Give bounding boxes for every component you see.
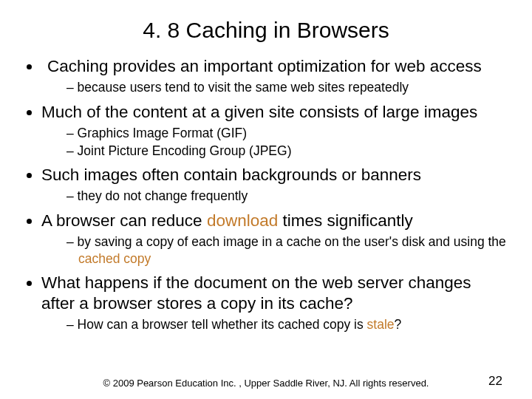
bullet-1-text: Caching provides an important optimizati…: [41, 56, 482, 76]
bullet-3: Such images often contain backgrounds or…: [41, 165, 507, 205]
bullet-2-sub: Graphics Image Format (GIF) Joint Pictur…: [41, 125, 507, 159]
bullet-5-sub-1: How can a browser tell whether its cache…: [66, 316, 507, 332]
cached-copy-word: cached copy: [78, 251, 151, 266]
bullet-2: Much of the content at a given site cons…: [41, 102, 507, 159]
bullet-1-sub-1: because users tend to visit the same web…: [66, 79, 507, 95]
bullet-4-pre: A browser can reduce: [41, 211, 207, 230]
bullet-2-sub-1: Graphics Image Format (GIF): [66, 125, 507, 141]
bullet-5-sub-1-post: ?: [395, 317, 402, 332]
bullet-3-sub: they do not change frequently: [41, 188, 507, 204]
bullet-3-text: Such images often contain backgrounds or…: [41, 166, 421, 184]
bullet-1: Caching provides an important optimizati…: [41, 56, 507, 96]
bullet-5-sub: How can a browser tell whether its cache…: [41, 316, 507, 332]
download-word: download: [207, 211, 278, 230]
bullet-5-sub-1-pre: How can a browser tell whether its cache…: [78, 317, 367, 332]
page-number: 22: [488, 374, 502, 389]
bullet-1-sub: because users tend to visit the same web…: [41, 79, 507, 95]
bullet-4-post: times significantly: [278, 211, 413, 230]
slide-title: 4. 8 Caching in Browsers: [25, 18, 507, 43]
bullet-5: What happens if the document on the web …: [41, 273, 507, 332]
bullet-2-text: Much of the content at a given site cons…: [41, 103, 477, 121]
bullet-4-sub-1: by saving a copy of each image in a cach…: [66, 233, 507, 267]
slide: 4. 8 Caching in Browsers Caching provide…: [0, 0, 532, 399]
bullet-list: Caching provides an important optimizati…: [25, 56, 507, 332]
bullet-5-text: What happens if the document on the web …: [41, 273, 471, 312]
bullet-4: A browser can reduce download times sign…: [41, 211, 507, 267]
footer-copyright: © 2009 Pearson Education Inc. , Upper Sa…: [0, 378, 532, 389]
bullet-2-sub-2: Joint Picture Encoding Group (JPEG): [66, 143, 507, 159]
bullet-4-sub: by saving a copy of each image in a cach…: [41, 233, 507, 267]
bullet-4-sub-1-pre: by saving a copy of each image in a cach…: [78, 234, 506, 249]
bullet-3-sub-1: they do not change frequently: [66, 188, 507, 204]
stale-word: stale: [367, 317, 395, 332]
